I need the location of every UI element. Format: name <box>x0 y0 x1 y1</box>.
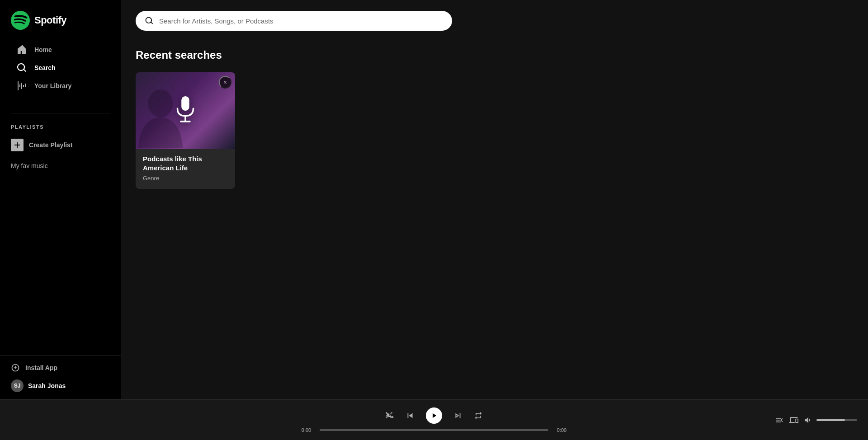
playlist-item-my-fav-music[interactable]: My fav music <box>11 160 110 171</box>
time-current: 0:00 <box>298 427 314 433</box>
svg-point-0 <box>11 11 30 30</box>
shuffle-button[interactable] <box>385 411 394 420</box>
recent-searches-grid: × Podcasts <box>136 72 854 189</box>
svg-rect-2 <box>181 96 189 111</box>
next-button[interactable] <box>453 411 463 421</box>
repeat-button[interactable] <box>474 411 483 420</box>
install-app-button[interactable]: Install App <box>11 363 110 372</box>
progress-track[interactable] <box>320 429 548 431</box>
volume-container <box>804 416 857 425</box>
volume-icon <box>804 416 813 425</box>
spotify-logo-icon <box>11 11 30 30</box>
microphone-icon <box>170 95 201 126</box>
user-menu[interactable]: SJ Sarah Jonas <box>11 379 110 392</box>
recent-searches-title: Recent searches <box>136 49 854 61</box>
playlists-section: PLAYLISTS Create Playlist My fav music <box>0 117 121 356</box>
volume-track[interactable] <box>816 419 857 421</box>
logo-area[interactable]: Spotify <box>11 11 114 30</box>
card-subtitle: Genre <box>143 175 228 182</box>
search-bar-icon <box>145 16 154 25</box>
queue-icon <box>775 416 784 425</box>
sidebar-divider <box>11 113 110 113</box>
card-info: Podcasts like This American Life Genre <box>136 149 235 189</box>
search-bar[interactable] <box>136 11 452 31</box>
playlists-heading: PLAYLISTS <box>11 124 110 130</box>
search-input[interactable] <box>159 17 443 25</box>
shuffle-icon <box>385 411 394 420</box>
search-card-podcasts[interactable]: × Podcasts <box>136 72 235 189</box>
repeat-icon <box>474 411 483 420</box>
sidebar-item-search[interactable]: Search <box>11 59 114 77</box>
sidebar: Spotify Home Search <box>0 0 121 399</box>
svg-rect-4 <box>180 121 190 122</box>
create-playlist-icon <box>11 139 24 151</box>
user-name: Sarah Jonas <box>28 382 66 389</box>
close-icon: × <box>223 79 227 86</box>
player-controls <box>385 407 483 424</box>
sidebar-bottom: Install App SJ Sarah Jonas <box>0 356 121 399</box>
library-icon <box>16 80 27 91</box>
player-right <box>722 416 857 425</box>
volume-fill <box>816 419 845 421</box>
install-app-label: Install App <box>25 364 57 371</box>
devices-button[interactable] <box>789 416 798 425</box>
play-button[interactable] <box>426 407 442 424</box>
create-playlist-button[interactable]: Create Playlist <box>11 137 110 153</box>
library-label: Your Library <box>34 82 71 89</box>
next-icon <box>453 411 463 421</box>
previous-button[interactable] <box>405 411 415 421</box>
playlist-item-label: My fav music <box>11 162 48 169</box>
home-label: Home <box>34 46 52 53</box>
play-icon <box>430 412 438 420</box>
search-nav-icon <box>16 62 27 73</box>
volume-button[interactable] <box>804 416 813 425</box>
create-playlist-label: Create Playlist <box>29 141 73 149</box>
search-bar-container <box>136 11 854 31</box>
progress-bar-container: 0:00 0:00 <box>298 427 570 433</box>
nav-list: Home Search Your Library <box>11 41 114 95</box>
home-icon <box>16 44 27 55</box>
user-avatar: SJ <box>11 379 24 392</box>
card-title: Podcasts like This American Life <box>143 154 228 172</box>
previous-icon <box>405 411 415 421</box>
devices-icon <box>789 416 798 425</box>
plus-icon <box>14 141 21 149</box>
app-name: Spotify <box>34 14 66 26</box>
main-content: Recent searches × <box>121 0 868 399</box>
player-center: 0:00 0:00 <box>146 407 722 433</box>
sidebar-item-home[interactable]: Home <box>11 41 114 59</box>
user-initials: SJ <box>14 383 21 389</box>
download-icon <box>11 363 20 372</box>
queue-button[interactable] <box>775 416 784 425</box>
search-label: Search <box>34 64 56 71</box>
card-close-button[interactable]: × <box>219 76 231 89</box>
sidebar-item-library[interactable]: Your Library <box>11 77 114 95</box>
time-total: 0:00 <box>554 427 570 433</box>
player-bar: 0:00 0:00 <box>0 399 868 440</box>
